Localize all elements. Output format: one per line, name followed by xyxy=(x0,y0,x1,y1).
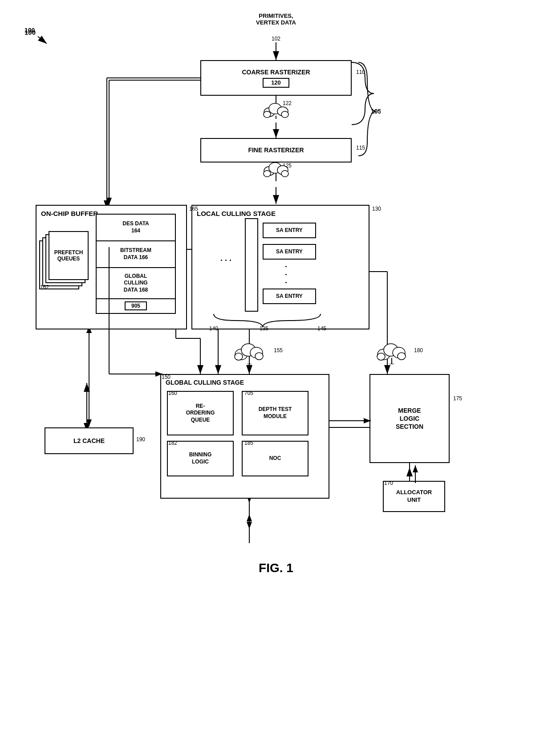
svg-marker-57 xyxy=(247,364,252,364)
fig-caption: FIG. 1 xyxy=(223,561,329,575)
svg-text:135: 135 xyxy=(260,325,268,332)
binning-logic-block: BINNINGLOGIC xyxy=(167,441,234,476)
prefetch-queues-block: PREFETCHQUEUES xyxy=(49,231,89,280)
coarse-rasterizer-block: COARSE RASTERIZER 120 xyxy=(200,60,352,96)
merge-logic-block: MERGELOGICSECTION xyxy=(369,374,450,463)
l2-cache-block: L2 CACHE xyxy=(45,427,134,454)
l2-ref: 190 xyxy=(136,436,145,443)
des-data-block: DES DATA164 xyxy=(97,215,175,241)
primitives-ref: 102 xyxy=(272,36,280,42)
merge-ref: 175 xyxy=(453,395,462,402)
reorder-ref: 160 xyxy=(168,390,177,396)
svg-text:105: 105 xyxy=(371,108,381,115)
dots-vertical: ··· xyxy=(285,263,287,287)
allocator-ref: 170 xyxy=(384,480,393,486)
svg-text:100: 100 xyxy=(24,28,36,36)
depth-ref: 705 xyxy=(244,390,253,396)
svg-point-33 xyxy=(281,111,288,118)
svg-point-65 xyxy=(398,353,406,360)
svg-point-41 xyxy=(281,171,288,177)
inner-120: 120 xyxy=(263,78,289,88)
svg-point-54 xyxy=(255,353,263,360)
svg-line-28 xyxy=(38,37,47,44)
reordering-queue-block: RE-ORDERINGQUEUE xyxy=(167,391,234,435)
prefetch-ref: 162 xyxy=(40,284,49,290)
sa-entry-2: SA ENTRY xyxy=(263,244,316,260)
noc-block: NOC xyxy=(242,441,308,476)
fine-rasterizer-block: FINE RASTERIZER xyxy=(200,138,352,163)
sa-column-left xyxy=(245,218,258,312)
sa-entry-1: SA ENTRY xyxy=(263,223,316,238)
noc-ref: 185 xyxy=(244,440,253,446)
cloud-180-ref: 180 xyxy=(414,347,423,354)
dots-horizontal: · · · xyxy=(220,256,231,265)
diagram: 100 100 PRIMITIVES,VERTEX DATA 102 COARS… xyxy=(0,0,552,756)
depth-test-block: DEPTH TESTMODULE xyxy=(242,391,308,435)
cloud-155-ref: 155 xyxy=(274,347,283,354)
binning-ref: 182 xyxy=(168,440,177,446)
sa-entry-3: SA ENTRY xyxy=(263,289,316,304)
local-culling-ref: 130 xyxy=(372,206,381,212)
svg-point-66 xyxy=(377,353,385,360)
svg-point-34 xyxy=(264,111,271,118)
svg-marker-68 xyxy=(390,364,394,364)
svg-point-42 xyxy=(264,171,271,177)
svg-text:145: 145 xyxy=(317,325,326,332)
svg-text:140: 140 xyxy=(209,325,218,332)
svg-point-55 xyxy=(235,353,243,360)
primitives-label: PRIMITIVES,VERTEX DATA xyxy=(236,12,316,26)
